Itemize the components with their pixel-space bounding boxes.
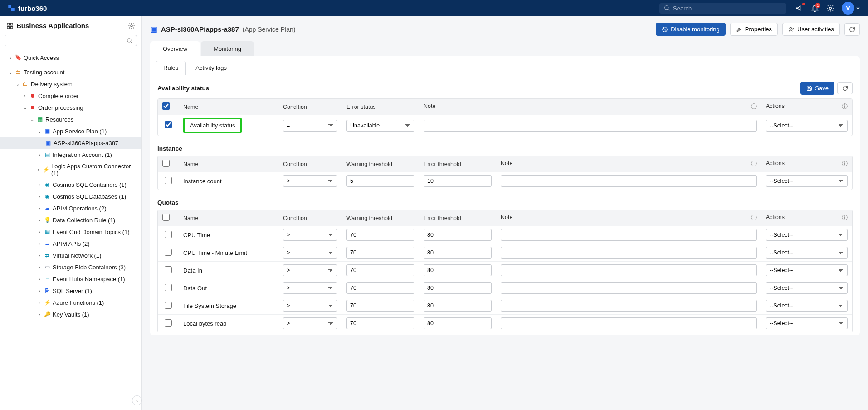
tree-order-processing[interactable]: ⌄ Order processing [0, 102, 141, 113]
condition-select[interactable]: > [283, 317, 337, 329]
tree[interactable]: › 🔖 Quick Access ⌄ 🗀 Testing account ⌄ 🗀… [0, 50, 141, 410]
tab-overview[interactable]: Overview [150, 41, 200, 56]
info-icon[interactable]: ⓘ [751, 103, 757, 111]
tree-app-service-plan[interactable]: ⌄ ▣ App Service Plan (1) [0, 125, 141, 137]
note-input[interactable] [501, 229, 757, 241]
user-menu[interactable]: V [842, 2, 861, 15]
error-input[interactable] [424, 175, 492, 187]
warning-input[interactable] [346, 317, 414, 329]
row-checkbox[interactable] [165, 284, 172, 291]
refresh-section-button[interactable] [837, 82, 853, 94]
condition-select[interactable]: > [283, 264, 337, 276]
tree-sql-server[interactable]: › 🗄 SQL Server (1) [0, 285, 141, 297]
note-input[interactable] [501, 300, 757, 312]
tree-testing-account[interactable]: ⌄ 🗀 Testing account [0, 66, 141, 78]
tree-storage-blob[interactable]: › ▭ Storage Blob Containers (3) [0, 261, 141, 273]
row-checkbox[interactable] [165, 302, 172, 309]
user-activities-button[interactable]: User activities [782, 23, 840, 36]
warning-input[interactable] [346, 229, 414, 241]
info-icon[interactable]: ⓘ [842, 103, 848, 111]
error-input[interactable] [424, 317, 492, 329]
tree-delivery-system[interactable]: ⌄ 🗀 Delivery system [0, 78, 141, 90]
global-search-input[interactable] [673, 5, 782, 12]
action-select[interactable]: --Select-- [766, 175, 848, 187]
note-input[interactable] [501, 264, 757, 276]
sidebar-gear-icon[interactable] [128, 22, 135, 29]
row-checkbox[interactable] [165, 319, 172, 327]
condition-select[interactable]: = [283, 120, 337, 132]
note-input[interactable] [501, 282, 757, 294]
action-select[interactable]: --Select-- [766, 120, 848, 132]
tree-apim-operations[interactable]: › ☁ APIM Operations (2) [0, 202, 141, 214]
tree-quick-access[interactable]: › 🔖 Quick Access [0, 52, 141, 63]
gear-icon[interactable] [826, 4, 834, 12]
info-icon[interactable]: ⓘ [842, 214, 848, 222]
condition-select[interactable]: > [283, 247, 337, 259]
error-input[interactable] [424, 247, 492, 259]
note-input[interactable] [501, 175, 757, 187]
action-select[interactable]: --Select-- [766, 300, 848, 312]
tree-event-grid-topics[interactable]: › ▦ Event Grid Domain Topics (1) [0, 226, 141, 238]
action-select[interactable]: --Select-- [766, 264, 848, 276]
condition-select[interactable]: > [283, 175, 337, 187]
condition-select[interactable]: > [283, 229, 337, 241]
row-checkbox[interactable] [165, 266, 172, 273]
refresh-button[interactable] [844, 23, 860, 36]
tree-complete-order[interactable]: › Complete order [0, 90, 141, 102]
tree-asp-item[interactable]: ▣ ASP-sl360APiapps-a387 [0, 137, 141, 149]
warning-input[interactable] [346, 264, 414, 276]
tree-data-collection-rule[interactable]: › 💡 Data Collection Rule (1) [0, 214, 141, 226]
tree-logic-apps-connector[interactable]: › ⚡ Logic Apps Custom Connector (1) [0, 161, 141, 179]
tree-azure-functions[interactable]: › ⚡ Azure Functions (1) [0, 297, 141, 308]
tree-virtual-network[interactable]: › ⇄ Virtual Network (1) [0, 249, 141, 261]
error-input[interactable] [424, 264, 492, 276]
sidebar-search[interactable] [5, 35, 137, 46]
note-input[interactable] [501, 247, 757, 259]
tree-cosmos-databases[interactable]: › ◉ Cosmos SQL Databases (1) [0, 190, 141, 202]
warning-input[interactable] [346, 247, 414, 259]
row-checkbox[interactable] [165, 121, 172, 128]
action-select[interactable]: --Select-- [766, 229, 848, 241]
error-input[interactable] [424, 282, 492, 294]
row-checkbox[interactable] [165, 249, 172, 256]
properties-button[interactable]: Properties [730, 23, 778, 36]
save-button[interactable]: Save [800, 82, 834, 95]
tree-cosmos-containers[interactable]: › ◉ Cosmos SQL Containers (1) [0, 179, 141, 190]
error-status-select[interactable]: Unavailable [346, 120, 414, 132]
sidebar-search-input[interactable] [9, 37, 127, 44]
announce-icon[interactable] [795, 4, 804, 12]
action-select[interactable]: --Select-- [766, 247, 848, 259]
warning-input[interactable] [346, 175, 414, 187]
note-input[interactable] [501, 317, 757, 329]
row-checkbox[interactable] [165, 231, 172, 238]
error-input[interactable] [424, 300, 492, 312]
collapse-sidebar-button[interactable]: ‹ [132, 395, 142, 405]
inner-tab-activity-logs[interactable]: Activity logs [188, 61, 234, 75]
bell-icon[interactable]: 1 [811, 4, 819, 12]
row-checkbox[interactable] [165, 177, 172, 184]
tree-resources[interactable]: ⌄ ▦ Resources [0, 113, 141, 125]
warning-input[interactable] [346, 282, 414, 294]
tab-monitoring[interactable]: Monitoring [201, 41, 254, 56]
tree-apim-apis[interactable]: › ☁ APIM APIs (2) [0, 238, 141, 249]
instance-select-all[interactable] [162, 160, 170, 167]
error-input[interactable] [424, 229, 492, 241]
info-icon[interactable]: ⓘ [751, 214, 757, 222]
condition-select[interactable]: > [283, 282, 337, 294]
logo[interactable]: turbo360 [7, 4, 47, 12]
action-select[interactable]: --Select-- [766, 317, 848, 329]
tree-integration-account[interactable]: › ▤ Integration Account (1) [0, 149, 141, 161]
availability-select-all[interactable] [162, 102, 170, 110]
info-icon[interactable]: ⓘ [751, 160, 757, 168]
tree-key-vaults[interactable]: › 🔑 Key Vaults (1) [0, 308, 141, 320]
quotas-select-all[interactable] [162, 214, 170, 221]
inner-tab-rules[interactable]: Rules [156, 61, 186, 75]
note-input[interactable] [424, 120, 757, 132]
info-icon[interactable]: ⓘ [842, 160, 848, 168]
tree-event-hubs[interactable]: › ≡ Event Hubs Namespace (1) [0, 273, 141, 285]
warning-input[interactable] [346, 300, 414, 312]
disable-monitoring-button[interactable]: Disable monitoring [656, 23, 726, 36]
global-search[interactable] [659, 3, 786, 14]
action-select[interactable]: --Select-- [766, 282, 848, 294]
condition-select[interactable]: > [283, 300, 337, 312]
